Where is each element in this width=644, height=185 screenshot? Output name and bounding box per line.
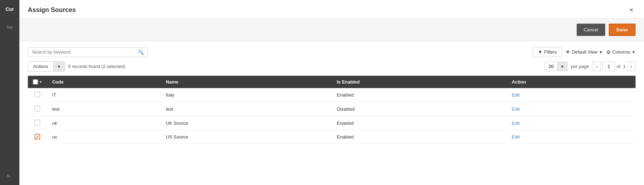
table-cell-name: test: [161, 102, 332, 116]
table-cell-action[interactable]: Edit: [507, 130, 636, 143]
modal-close-button[interactable]: ×: [627, 6, 636, 14]
table-cell-is-enabled: Enabled: [332, 116, 507, 130]
eye-icon: 👁: [565, 49, 570, 55]
table-cell-checkbox[interactable]: [28, 102, 47, 116]
table-cell-is-enabled: Enabled: [332, 88, 507, 102]
cancel-button[interactable]: Cancel: [577, 24, 605, 36]
table-cell-action[interactable]: Edit: [507, 116, 636, 130]
sidebar-item-sources[interactable]: Sou: [7, 25, 13, 29]
view-label: Default View: [572, 49, 597, 55]
filter-icon: ▼: [538, 49, 542, 55]
table-cell-checkbox[interactable]: [28, 116, 47, 130]
chevron-down-icon: ▼: [599, 50, 603, 54]
per-page-select[interactable]: 20 ▼: [545, 62, 567, 71]
checkbox-unchecked[interactable]: [35, 92, 40, 97]
table-header-action: Action: [507, 76, 636, 88]
per-page-value: 20: [545, 62, 557, 71]
header-checkbox-arrow[interactable]: ▼: [39, 80, 42, 84]
table-cell-code: us: [47, 130, 161, 143]
page-of-label: of 1: [617, 64, 625, 69]
table-cell-name: UK Source: [161, 116, 332, 130]
modal-content: 🔍 ▼ Filters 👁 Default View ▼ ⚙ Columns: [19, 41, 644, 185]
checkbox-checked[interactable]: ✓: [35, 134, 40, 140]
data-table: ▼ Code Name Is Enabled Action ITItalyEna…: [28, 76, 636, 143]
default-view-button[interactable]: 👁 Default View ▼: [565, 49, 603, 55]
table-row: ITItalyEnabledEdit: [28, 88, 636, 102]
table-header-name: Name: [161, 76, 332, 88]
per-page-label: per page: [571, 64, 589, 69]
modal-header: Assign Sources ×: [19, 0, 644, 19]
table-cell-checkbox[interactable]: ✓: [28, 130, 47, 143]
table-row: ✓usUS SourceEnabledEdit: [28, 130, 636, 143]
per-page-arrow[interactable]: ▼: [558, 62, 567, 71]
table-cell-code: test: [47, 102, 161, 116]
table-header-row: ▼ Code Name Is Enabled Action: [28, 76, 636, 88]
table-header-is-enabled: Is Enabled: [332, 76, 507, 88]
table-cell-name: US Source: [161, 130, 332, 143]
checkbox-unchecked[interactable]: [35, 106, 40, 111]
gear-icon: ⚙: [606, 49, 611, 55]
header-checkbox[interactable]: [33, 79, 38, 85]
table-cell-action[interactable]: Edit: [507, 102, 636, 116]
table-header-code: Code: [47, 76, 161, 88]
table-cell-is-enabled: Enabled: [332, 130, 507, 143]
search-input[interactable]: [32, 49, 136, 55]
pagination: 20 ▼ per page ‹ of 1 ›: [545, 62, 636, 71]
actions-left: Actions ▼ 5 records found (2 selected): [28, 61, 125, 72]
sidebar: Cor Sou N...: [0, 0, 19, 185]
next-page-button[interactable]: ›: [627, 62, 636, 71]
search-icon: 🔍: [138, 49, 144, 55]
table-cell-action[interactable]: Edit: [507, 88, 636, 102]
modal-title: Assign Sources: [28, 6, 76, 14]
edit-link[interactable]: Edit: [512, 121, 520, 126]
chevron-down-icon-2: ▼: [632, 50, 636, 54]
table-header-checkbox-col[interactable]: ▼: [28, 76, 47, 88]
actions-row: Actions ▼ 5 records found (2 selected) 2…: [28, 61, 636, 72]
total-pages: 1: [623, 64, 625, 69]
table-cell-code: uk: [47, 116, 161, 130]
table-cell-name: Italy: [161, 88, 332, 102]
actions-dropdown[interactable]: Actions ▼: [28, 61, 65, 72]
edit-link[interactable]: Edit: [512, 92, 520, 98]
actions-arrow[interactable]: ▼: [54, 62, 65, 71]
edit-link[interactable]: Edit: [512, 106, 520, 112]
table-row: ukUK SourceEnabledEdit: [28, 116, 636, 130]
columns-label: Columns: [612, 49, 630, 55]
actions-label: Actions: [28, 62, 54, 71]
table-row: testtestDisabledEdit: [28, 102, 636, 116]
page-number-input[interactable]: [602, 62, 615, 71]
right-controls: ▼ Filters 👁 Default View ▼ ⚙ Columns ▼: [533, 47, 636, 57]
prev-page-button[interactable]: ‹: [593, 62, 601, 71]
table-cell-code: IT: [47, 88, 161, 102]
filters-label: Filters: [544, 49, 557, 55]
done-button[interactable]: Done: [609, 24, 636, 36]
sidebar-item-new[interactable]: N...: [7, 174, 13, 178]
table-cell-checkbox[interactable]: [28, 88, 47, 102]
search-filter-row: 🔍 ▼ Filters 👁 Default View ▼ ⚙ Columns: [28, 47, 636, 57]
edit-link[interactable]: Edit: [512, 134, 520, 140]
checkbox-unchecked[interactable]: [35, 120, 40, 125]
columns-button[interactable]: ⚙ Columns ▼: [606, 49, 636, 55]
modal-toolbar: Cancel Done: [19, 19, 644, 41]
sidebar-logo: Cor: [4, 4, 15, 15]
assign-sources-modal: Assign Sources × Cancel Done 🔍 ▼ Filters: [19, 0, 644, 185]
records-info: 5 records found (2 selected): [68, 64, 125, 69]
filters-button[interactable]: ▼ Filters: [533, 47, 562, 57]
table-cell-is-enabled: Disabled: [332, 102, 507, 116]
search-box[interactable]: 🔍: [28, 47, 148, 57]
